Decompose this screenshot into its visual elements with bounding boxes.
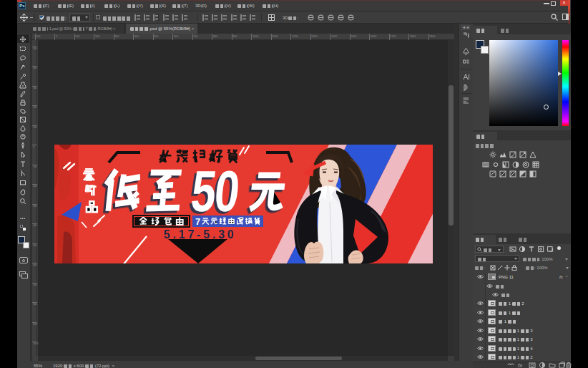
svg-text:fx: fx: [518, 362, 523, 368]
svg-text:7: 7: [195, 216, 200, 227]
svg-text:50: 50: [188, 159, 242, 223]
svg-text:5.17-5.30: 5.17-5.30: [164, 228, 237, 241]
